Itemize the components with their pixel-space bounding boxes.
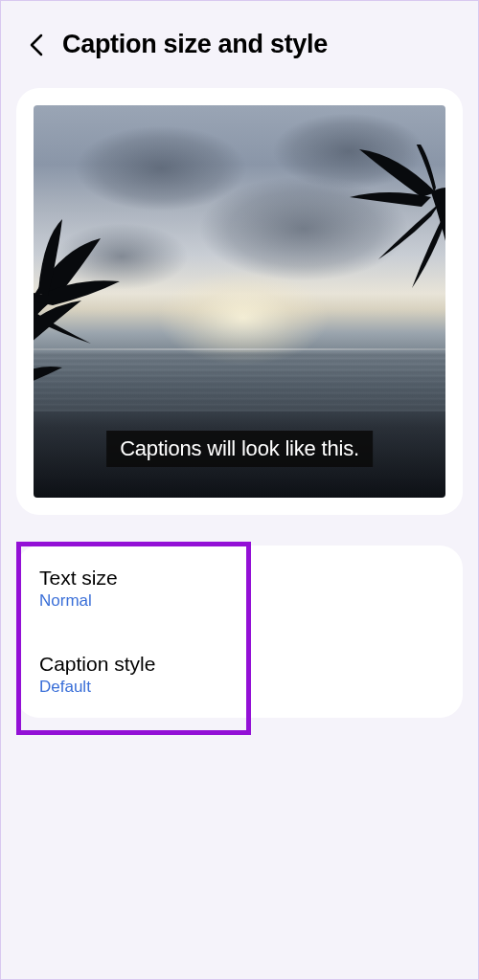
back-icon[interactable] (28, 32, 45, 58)
caption-style-setting[interactable]: Caption style Default (16, 632, 463, 718)
caption-style-label: Caption style (39, 653, 440, 676)
header: Caption size and style (1, 1, 478, 88)
text-size-label: Text size (39, 567, 440, 590)
caption-sample-text: Captions will look like this. (106, 431, 373, 467)
page-title: Caption size and style (62, 30, 328, 59)
text-size-value: Normal (39, 591, 440, 611)
text-size-setting[interactable]: Text size Normal (16, 546, 463, 632)
caption-preview-card: Captions will look like this. (16, 88, 463, 515)
palm-left-decoration (34, 210, 158, 439)
preview-image: Captions will look like this. (34, 105, 445, 498)
settings-card: Text size Normal Caption style Default (16, 546, 463, 718)
palm-right-decoration (340, 145, 445, 412)
caption-style-value: Default (39, 678, 440, 697)
